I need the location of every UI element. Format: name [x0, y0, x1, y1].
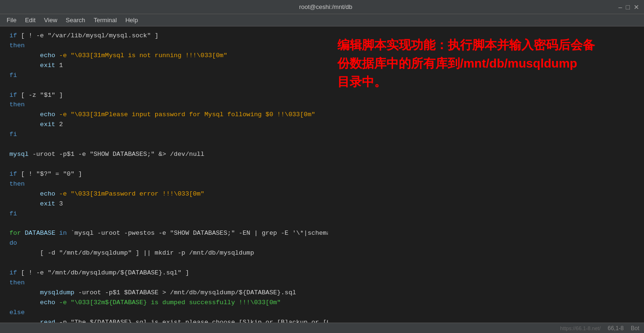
- window-title: root@ceshi:/mnt/db: [33, 3, 619, 10]
- menu-help[interactable]: Help: [122, 16, 142, 25]
- bot-label: Bot: [631, 325, 639, 332]
- menu-search[interactable]: Search: [62, 16, 89, 25]
- status-url: https://66.1-8.net/: [560, 325, 601, 331]
- annotation-text: 编辑脚本实现功能：执行脚本并输入密码后会备份数据库中的所有库到/mnt/db/m…: [337, 36, 595, 91]
- maximize-button[interactable]: □: [626, 4, 630, 10]
- title-bar: root@ceshi:/mnt/db – □ ✕: [0, 0, 644, 14]
- terminal-area[interactable]: if [ ! -e "/var/lib/mysql/mysql.sock" ] …: [0, 26, 328, 323]
- cursor-position: 66,1-8: [608, 325, 624, 332]
- minimize-button[interactable]: –: [619, 4, 622, 10]
- menu-bar: File Edit View Search Terminal Help: [0, 14, 644, 26]
- menu-file[interactable]: File: [3, 16, 20, 25]
- window-controls[interactable]: – □ ✕: [619, 4, 639, 10]
- main-content: if [ ! -e "/var/lib/mysql/mysql.sock" ] …: [0, 26, 644, 323]
- annotation-panel: 编辑脚本实现功能：执行脚本并输入密码后会备份数据库中的所有库到/mnt/db/m…: [328, 26, 644, 323]
- status-bar: https://66.1-8.net/ 66,1-8 Bot: [0, 323, 644, 333]
- menu-edit[interactable]: Edit: [21, 16, 39, 25]
- menu-terminal[interactable]: Terminal: [90, 16, 121, 25]
- code-content: if [ ! -e "/var/lib/mysql/mysql.sock" ] …: [9, 31, 318, 323]
- close-button[interactable]: ✕: [634, 4, 639, 10]
- menu-view[interactable]: View: [40, 16, 61, 25]
